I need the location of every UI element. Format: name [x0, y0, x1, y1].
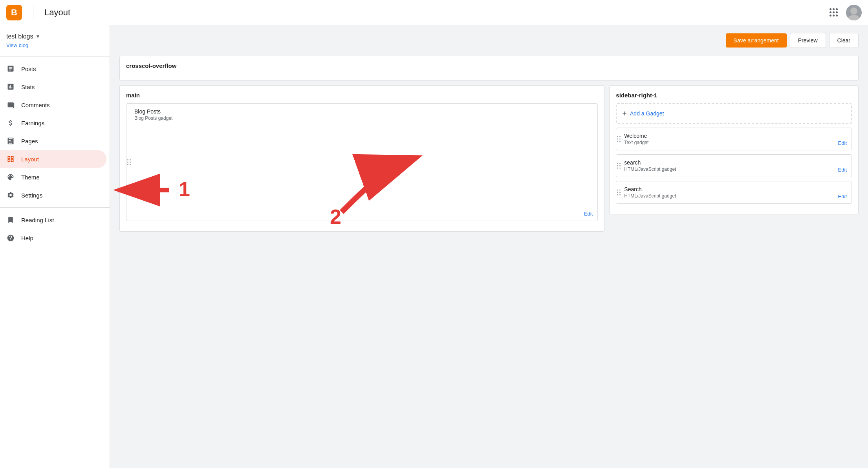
theme-icon	[6, 173, 15, 181]
header-logo: B Layout	[6, 5, 70, 20]
sidebar-item-earnings[interactable]: Earnings	[0, 114, 106, 132]
help-icon	[6, 234, 15, 242]
search-gadget-title: search	[624, 159, 846, 166]
blog-name: test blogs	[6, 33, 33, 40]
welcome-gadget-title: Welcome	[624, 133, 846, 139]
blog-posts-gadget-card: Blog Posts Blog Posts gadget Edit	[126, 103, 598, 221]
add-gadget-button[interactable]: + Add a Gadget	[616, 103, 852, 124]
sidebar-divider	[0, 56, 110, 57]
search2-gadget-title: Search	[624, 186, 846, 192]
help-label: Help	[21, 235, 33, 241]
header: B Layout	[0, 0, 868, 25]
add-gadget-label: Add a Gadget	[630, 110, 664, 117]
sidebar-item-help[interactable]: Help	[0, 229, 106, 247]
posts-label: Posts	[21, 66, 36, 72]
svg-point-1	[848, 15, 860, 20]
welcome-gadget-card: Welcome Text gadget Edit	[616, 128, 852, 150]
posts-icon	[6, 64, 15, 73]
header-divider	[33, 6, 33, 19]
search2-gadget-subtitle: HTML/JavaScript gadget	[624, 193, 846, 199]
sidebar: test blogs ▼ View blog Posts Stats Comme…	[0, 25, 110, 468]
reading-list-label: Reading List	[21, 217, 54, 223]
comments-label: Comments	[21, 102, 50, 108]
search2-drag-handle[interactable]	[617, 190, 621, 196]
sidebar-right-title: sidebar-right-1	[616, 92, 852, 99]
blogger-logo-icon: B	[6, 5, 22, 20]
sidebar-item-reading-list[interactable]: Reading List	[0, 211, 106, 229]
page-title: Layout	[44, 7, 70, 18]
toolbar: Save arrangement Preview Clear	[119, 33, 859, 48]
reading-list-icon	[6, 216, 15, 224]
search-drag-handle[interactable]	[617, 163, 621, 169]
sidebar-item-comments[interactable]: Comments	[0, 96, 106, 114]
stats-label: Stats	[21, 84, 35, 90]
layout-container: crosscol-overflow main Blog Posts Blog P…	[119, 56, 859, 232]
earnings-icon	[6, 119, 15, 127]
save-arrangement-button[interactable]: Save arrangement	[726, 33, 787, 48]
welcome-drag-handle[interactable]	[617, 136, 621, 142]
clear-button[interactable]: Clear	[829, 33, 859, 48]
search2-gadget-card: Search HTML/JavaScript gadget Edit	[616, 181, 852, 204]
blog-posts-gadget-title: Blog Posts	[134, 108, 592, 115]
stats-icon	[6, 82, 15, 91]
search-gadget-subtitle: HTML/JavaScript gadget	[624, 166, 846, 172]
earnings-label: Earnings	[21, 120, 44, 126]
blog-selector[interactable]: test blogs ▼	[0, 30, 110, 42]
theme-label: Theme	[21, 174, 40, 181]
crosscol-title: crosscol-overflow	[126, 62, 852, 69]
header-actions	[826, 5, 862, 20]
pages-label: Pages	[21, 138, 38, 144]
crosscol-section: crosscol-overflow	[119, 56, 859, 80]
comments-icon	[6, 101, 15, 109]
sidebar-item-layout[interactable]: Layout	[0, 150, 106, 168]
toolbar-buttons: Save arrangement Preview Clear	[726, 33, 859, 48]
layout-icon	[6, 155, 15, 163]
welcome-edit-link[interactable]: Edit	[838, 140, 847, 146]
dropdown-arrow-icon: ▼	[35, 34, 40, 39]
main-content: Save arrangement Preview Clear crosscol-…	[110, 25, 868, 468]
search2-edit-link[interactable]: Edit	[838, 194, 847, 199]
sidebar-item-theme[interactable]: Theme	[0, 168, 106, 186]
svg-point-0	[850, 7, 857, 15]
sidebar-right-column: sidebar-right-1 + Add a Gadget Welcome T…	[609, 85, 859, 214]
layout-label: Layout	[21, 156, 39, 163]
sidebar-item-posts[interactable]: Posts	[0, 60, 106, 78]
main-column-title: main	[126, 92, 598, 99]
drag-handle[interactable]	[127, 159, 131, 165]
user-avatar[interactable]	[846, 5, 862, 20]
apps-grid-icon[interactable]	[826, 5, 841, 20]
preview-button[interactable]: Preview	[790, 33, 826, 48]
settings-label: Settings	[21, 192, 42, 199]
search-edit-link[interactable]: Edit	[838, 167, 847, 173]
blog-posts-gadget-subtitle: Blog Posts gadget	[134, 115, 592, 121]
pages-icon	[6, 137, 15, 145]
main-column: main Blog Posts Blog Posts gadget Edit	[119, 85, 604, 232]
layout-row: main Blog Posts Blog Posts gadget Edit s…	[119, 85, 859, 232]
welcome-gadget-subtitle: Text gadget	[624, 140, 846, 145]
settings-icon	[6, 191, 15, 199]
view-blog-link[interactable]: View blog	[0, 42, 110, 53]
sidebar-item-stats[interactable]: Stats	[0, 78, 106, 96]
sidebar-item-pages[interactable]: Pages	[0, 132, 106, 150]
sidebar-section-divider	[0, 207, 110, 208]
sidebar-item-settings[interactable]: Settings	[0, 186, 106, 204]
add-plus-icon: +	[622, 110, 627, 117]
blog-posts-edit-link[interactable]: Edit	[584, 211, 593, 217]
search-gadget-card: search HTML/JavaScript gadget Edit	[616, 154, 852, 177]
